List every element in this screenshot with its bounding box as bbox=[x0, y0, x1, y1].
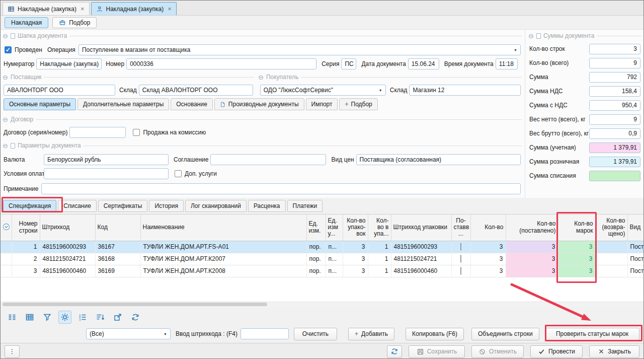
tab-import[interactable]: Импорт bbox=[306, 98, 338, 110]
tab-spisanie[interactable]: Списание bbox=[58, 200, 97, 212]
col-header-type[interactable]: Вид bbox=[627, 214, 644, 241]
view-grid-button[interactable] bbox=[23, 311, 36, 324]
settings-button[interactable] bbox=[58, 311, 71, 324]
collapse-section-icon[interactable]: ⊖ bbox=[3, 142, 8, 149]
cell-unit[interactable]: пор. bbox=[306, 253, 326, 265]
price-type-field[interactable]: Поставщика (согласованная) bbox=[356, 154, 521, 165]
sum-value-field[interactable]: 158,4 bbox=[589, 86, 640, 97]
cell-pack-barcode[interactable]: 4811215024721 bbox=[391, 253, 451, 265]
cell-per-pack[interactable]: 1 bbox=[368, 241, 391, 253]
cell-unit-u[interactable]: п... bbox=[326, 265, 343, 277]
contract-number-input[interactable] bbox=[69, 127, 126, 138]
cell-name[interactable]: ТУФЛИ ЖЕН.ДОМ.АРТ.К2007 bbox=[140, 253, 306, 265]
supplied-checkbox[interactable] bbox=[460, 255, 461, 263]
numerator-field[interactable]: Накладные (закупка) bbox=[36, 58, 102, 69]
collapse-section-icon[interactable]: ⊖ bbox=[528, 33, 534, 39]
cell-marks[interactable]: 3 bbox=[558, 265, 595, 277]
cell-returned[interactable] bbox=[595, 253, 627, 265]
col-header-returned[interactable]: Кол-во (возвра-щено) bbox=[595, 214, 627, 241]
scrollbar-thumb[interactable] bbox=[3, 303, 267, 306]
sum-value-field[interactable]: 1 379,91 bbox=[589, 157, 640, 167]
filter-button[interactable] bbox=[41, 311, 54, 324]
col-header-line-number[interactable]: Номер строки bbox=[12, 214, 40, 241]
sort-button[interactable] bbox=[94, 311, 107, 324]
horizontal-scrollbar[interactable] bbox=[1, 302, 644, 307]
col-header-name[interactable]: Наименование bbox=[140, 214, 306, 241]
cell-name[interactable]: ТУФЛИ ЖЕН.ДОМ.АРТ.FS-A01 bbox=[140, 241, 306, 253]
tab-extra-params[interactable]: Дополнительные параметры bbox=[77, 98, 169, 110]
tab-specification[interactable]: Спецификация bbox=[3, 200, 56, 212]
tab-nakladnaya[interactable]: Накладная bbox=[5, 17, 48, 28]
cell-packs[interactable]: 3 bbox=[343, 253, 368, 265]
col-header-packs[interactable]: Кол-во упако-вок bbox=[343, 214, 368, 241]
col-header-supplied[interactable]: По-ставв ... bbox=[451, 214, 470, 241]
barcode-input[interactable] bbox=[240, 328, 289, 339]
sum-value-field[interactable]: 1 379,91 bbox=[589, 142, 640, 153]
cell-marks[interactable]: 3 bbox=[558, 253, 595, 265]
date-field[interactable]: 15.06.24 bbox=[408, 58, 439, 69]
col-header-per-pack[interactable]: Кол-во в упа... bbox=[368, 214, 391, 241]
collapse-section-icon[interactable]: ⊖ bbox=[3, 74, 8, 81]
row-expand-cell[interactable] bbox=[1, 253, 12, 265]
cell-qty[interactable]: 3 bbox=[470, 265, 506, 277]
tab-podbor[interactable]: Подбор bbox=[52, 17, 97, 28]
cell-type[interactable]: Пост... bbox=[627, 265, 644, 277]
cell-type[interactable]: Пост... bbox=[627, 253, 644, 265]
cell-supplied[interactable] bbox=[451, 241, 470, 253]
col-header-code[interactable]: Код bbox=[95, 214, 140, 241]
sum-value-field[interactable]: 9 bbox=[589, 58, 640, 68]
collapse-section-icon[interactable]: ⊖ bbox=[258, 74, 264, 81]
post-button[interactable]: Провести bbox=[530, 345, 583, 358]
close-tab-icon[interactable]: × bbox=[168, 5, 172, 13]
tab-payments[interactable]: Платежи bbox=[287, 200, 323, 212]
cell-line-number[interactable]: 1 bbox=[12, 241, 40, 253]
tab-rastsenka[interactable]: Расценка bbox=[248, 200, 286, 212]
cell-delivered[interactable]: 3 bbox=[506, 265, 558, 277]
reload-table-button[interactable] bbox=[129, 311, 142, 324]
sum-value-field[interactable] bbox=[589, 171, 640, 181]
tab-osnovanie[interactable]: Основание bbox=[171, 98, 213, 110]
open-external-button[interactable] bbox=[111, 311, 124, 324]
cell-qty[interactable]: 3 bbox=[470, 241, 506, 253]
col-header-unit[interactable]: Ед. изм. bbox=[306, 214, 326, 241]
cell-returned[interactable] bbox=[595, 241, 627, 253]
copy-row-button[interactable]: Копировать (F6) bbox=[406, 328, 464, 340]
cell-pack-barcode[interactable]: 4815196000460 bbox=[391, 265, 451, 277]
cell-code[interactable]: 36169 bbox=[95, 265, 140, 277]
rows-filter-select[interactable]: (Все) ▼ bbox=[86, 328, 171, 339]
cell-per-pack[interactable]: 1 bbox=[368, 265, 391, 277]
cell-packs[interactable]: 3 bbox=[343, 265, 368, 277]
sum-value-field[interactable]: 0,9 bbox=[589, 128, 640, 139]
supplied-checkbox[interactable] bbox=[460, 267, 461, 275]
cell-line-number[interactable]: 2 bbox=[12, 253, 40, 265]
cell-per-pack[interactable]: 1 bbox=[368, 253, 391, 265]
col-header-pack-barcode[interactable]: Штрихкод упаковки bbox=[391, 214, 451, 241]
row-expand-cell[interactable] bbox=[1, 265, 12, 277]
supplier-field[interactable]: АВАЛОНТОРГ ООО bbox=[4, 85, 115, 96]
cell-unit[interactable]: пор. bbox=[306, 241, 326, 253]
merge-rows-button[interactable]: Объединить строки bbox=[471, 328, 539, 340]
cell-code[interactable]: 36167 bbox=[95, 241, 140, 253]
agreement-input[interactable] bbox=[210, 154, 326, 165]
tab-history[interactable]: История bbox=[149, 200, 184, 212]
collapse-section-icon[interactable]: ⊖ bbox=[3, 116, 8, 123]
close-button[interactable]: Закрыть bbox=[589, 345, 639, 358]
tab-invoice-current[interactable]: Накладная (закупка) × bbox=[91, 2, 177, 15]
col-header-expand[interactable] bbox=[1, 214, 12, 241]
operation-select[interactable]: Поступление в магазин от поставщика ▼ bbox=[78, 44, 521, 55]
buyer-select[interactable]: ОДО "ЛюксСофтСервис" ▼ bbox=[260, 85, 386, 96]
cell-supplied[interactable] bbox=[451, 253, 470, 265]
cell-pack-barcode[interactable]: 4815196000293 bbox=[391, 241, 451, 253]
cell-barcode[interactable]: 4811215024721 bbox=[40, 253, 95, 265]
tab-scan-log[interactable]: Лог сканирований bbox=[185, 200, 247, 212]
tab-invoices-list[interactable]: Накладные (закупка) × bbox=[3, 2, 90, 15]
buyer-sklad-field[interactable]: Магазин 12 bbox=[409, 85, 521, 96]
cell-unit-u[interactable]: п... bbox=[326, 253, 343, 265]
note-input[interactable] bbox=[41, 183, 521, 194]
cell-delivered[interactable]: 3 bbox=[506, 253, 558, 265]
cell-line-number[interactable]: 3 bbox=[12, 265, 40, 277]
tab-podbor-params[interactable]: + Подбор bbox=[339, 98, 377, 110]
table-row[interactable]: 1 4815196000293 36167 ТУФЛИ ЖЕН.ДОМ.АРТ.… bbox=[1, 241, 644, 253]
col-header-delivered[interactable]: Кол-во (поставлено) bbox=[506, 214, 558, 241]
series-field[interactable]: ПС bbox=[341, 58, 356, 69]
